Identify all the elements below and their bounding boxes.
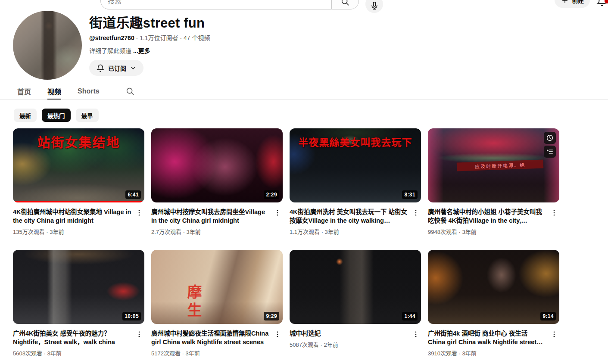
subscribed-button[interactable]: 已订阅 bbox=[89, 60, 143, 76]
clock-icon bbox=[546, 134, 554, 142]
filter-chips: 最新 最热门 最早 bbox=[14, 109, 99, 122]
video-title[interactable]: 廣州城中村髮廊夜生活裡面激情無限China girl China walk Ni… bbox=[151, 329, 270, 346]
tab-videos[interactable]: 视频 bbox=[47, 84, 61, 99]
video-meta: 3910次观看 · 3年前 bbox=[428, 349, 546, 357]
microphone-icon bbox=[370, 1, 379, 10]
notifications-button[interactable] bbox=[596, 0, 608, 8]
add-to-queue-button[interactable] bbox=[544, 146, 556, 158]
plus-icon bbox=[561, 0, 569, 4]
video-menu-button[interactable] bbox=[411, 329, 421, 339]
channel-avatar[interactable] bbox=[13, 11, 82, 80]
bell-icon bbox=[96, 64, 105, 72]
video-thumbnail[interactable]: 9:14 bbox=[428, 250, 559, 324]
kebab-menu-icon bbox=[412, 209, 420, 217]
duration-badge: 10:05 bbox=[122, 312, 141, 320]
video-thumbnail[interactable]: 应及时断开电源、绝 bbox=[428, 128, 559, 202]
watch-progress-bar bbox=[13, 201, 144, 202]
video-card: 站街女集结地 6:41 4K街拍廣州城中村站街女聚集地 Village in t… bbox=[13, 128, 144, 236]
video-card: 半夜黑絲美女叫我去玩下 8:31 4K街拍廣州洗村 美女叫我去玩一下 站街女 按… bbox=[290, 128, 421, 236]
channel-description-text: 详细了解此频道 bbox=[89, 47, 133, 54]
video-thumbnail[interactable]: 半夜黑絲美女叫我去玩下 8:31 bbox=[290, 128, 421, 202]
video-card: 摩生 9:29 廣州城中村髮廊夜生活裡面激情無限China girl China… bbox=[151, 250, 283, 357]
video-meta: 2.7万次观看 · 3年前 bbox=[151, 227, 270, 236]
channel-title: 街道乐趣street fun bbox=[89, 12, 205, 31]
video-menu-button[interactable] bbox=[549, 329, 559, 339]
video-meta: 1.1万次观看 · 3年前 bbox=[290, 227, 408, 236]
thumbnail-overlay-text: 应及时断开电源、绝 bbox=[457, 159, 544, 171]
channel-meta: @streetfun2760 · 1.1万位订阅者 · 47 个视频 bbox=[89, 33, 210, 42]
search-icon bbox=[340, 0, 350, 6]
chevron-down-icon bbox=[130, 65, 137, 72]
tabs-divider bbox=[0, 99, 608, 100]
watch-later-button[interactable] bbox=[544, 132, 556, 144]
queue-icon bbox=[546, 148, 554, 156]
video-title[interactable]: 廣州著名城中村的小姐姐 小巷子美女叫我吃快餐 4K街拍Village in th… bbox=[428, 208, 546, 225]
video-menu-button[interactable] bbox=[134, 208, 144, 218]
create-button-label: 创建 bbox=[572, 0, 584, 4]
duration-badge: 6:41 bbox=[125, 190, 141, 199]
video-thumbnail[interactable]: 2:29 bbox=[151, 128, 283, 202]
channel-search-button[interactable] bbox=[125, 85, 135, 98]
kebab-menu-icon bbox=[412, 330, 420, 338]
video-meta: 135万次观看 · 3年前 bbox=[13, 227, 131, 236]
channel-tabs: 首页 视频 Shorts bbox=[17, 84, 135, 99]
video-thumbnail[interactable]: 站街女集结地 6:41 bbox=[13, 128, 144, 202]
video-title[interactable]: 4K街拍廣州洗村 美女叫我去玩一下 站街女 按摩女Village in the … bbox=[290, 208, 408, 225]
kebab-menu-icon bbox=[274, 209, 281, 217]
duration-badge: 9:29 bbox=[264, 312, 279, 320]
kebab-menu-icon bbox=[550, 330, 558, 338]
kebab-menu-icon bbox=[135, 209, 143, 217]
video-menu-button[interactable] bbox=[134, 329, 144, 339]
duration-badge: 9:14 bbox=[540, 312, 556, 320]
tab-home[interactable]: 首页 bbox=[17, 84, 31, 99]
create-button[interactable]: 创建 bbox=[555, 0, 590, 8]
video-menu-button[interactable] bbox=[272, 208, 283, 218]
video-title[interactable]: 4K街拍廣州城中村站街女聚集地 Village in the city Chin… bbox=[13, 208, 131, 225]
duration-badge: 8:31 bbox=[402, 190, 418, 199]
thumbnail-hover-actions bbox=[544, 132, 556, 158]
video-card: 2:29 廣州城中村按摩女叫我去房間坐坐Village in the city … bbox=[151, 128, 283, 236]
subscribed-label: 已订阅 bbox=[108, 64, 126, 72]
video-menu-button[interactable] bbox=[272, 329, 283, 339]
video-card: 10:05 广州4K街拍美女 感受午夜的魅力？Nightlife，Street … bbox=[13, 250, 144, 357]
thumbnail-overlay-text: 半夜黑絲美女叫我去玩下 bbox=[290, 134, 421, 149]
kebab-menu-icon bbox=[135, 330, 143, 338]
duration-badge: 2:29 bbox=[264, 190, 279, 199]
video-title[interactable]: 城中村选妃 bbox=[290, 329, 408, 338]
channel-page: 创建 街道乐趣street fun @streetfun2760 · 1.1万位… bbox=[0, 0, 608, 364]
channel-handle: @streetfun2760 bbox=[89, 34, 134, 41]
video-menu-button[interactable] bbox=[549, 208, 559, 218]
video-card: 应及时断开电源、绝 bbox=[428, 128, 559, 236]
video-title[interactable]: 广州4K街拍美女 感受午夜的魅力？Nightlife，Street walk，w… bbox=[13, 329, 131, 346]
chip-oldest[interactable]: 最早 bbox=[76, 109, 99, 122]
search-input[interactable] bbox=[108, 0, 325, 5]
video-meta: 9948次观看 · 3年前 bbox=[428, 227, 546, 236]
video-grid: 站街女集结地 6:41 4K街拍廣州城中村站街女聚集地 Village in t… bbox=[13, 128, 559, 357]
video-title[interactable]: 广州街拍4k 酒吧街 商业中心 夜生活 China girl China wal… bbox=[428, 329, 546, 346]
video-title[interactable]: 廣州城中村按摩女叫我去房間坐坐Village in the city China… bbox=[151, 208, 270, 225]
channel-stats: · 1.1万位订阅者 · 47 个视频 bbox=[134, 34, 210, 41]
duration-badge: 1:44 bbox=[402, 312, 418, 320]
more-link[interactable]: ...更多 bbox=[133, 47, 150, 54]
chip-popular[interactable]: 最热门 bbox=[42, 109, 71, 122]
video-thumbnail[interactable]: 摩生 9:29 bbox=[151, 250, 283, 324]
video-card: 1:44 城中村选妃 5087次观看 · 2年前 bbox=[290, 250, 421, 357]
video-meta: 5603次观看 · 3年前 bbox=[13, 349, 131, 357]
channel-description[interactable]: 详细了解此频道 ...更多 bbox=[89, 46, 150, 55]
voice-search-button[interactable] bbox=[365, 0, 383, 13]
tab-shorts[interactable]: Shorts bbox=[78, 84, 100, 99]
search-bar bbox=[100, 0, 332, 9]
video-menu-button[interactable] bbox=[411, 208, 421, 218]
video-thumbnail[interactable]: 1:44 bbox=[290, 250, 421, 324]
thumbnail-overlay-text: 站街女集结地 bbox=[13, 132, 144, 151]
thumbnail-overlay-text: 摩生 bbox=[183, 284, 204, 320]
chip-latest[interactable]: 最新 bbox=[14, 109, 37, 122]
kebab-menu-icon bbox=[550, 209, 558, 217]
video-meta: 5172次观看 · 3年前 bbox=[151, 349, 270, 357]
search-icon bbox=[125, 87, 135, 96]
video-meta: 5087次观看 · 2年前 bbox=[290, 340, 408, 348]
search-button[interactable] bbox=[331, 0, 359, 9]
video-thumbnail[interactable]: 10:05 bbox=[13, 250, 144, 324]
kebab-menu-icon bbox=[274, 330, 281, 338]
video-card: 9:14 广州街拍4k 酒吧街 商业中心 夜生活 China girl Chin… bbox=[428, 250, 559, 357]
